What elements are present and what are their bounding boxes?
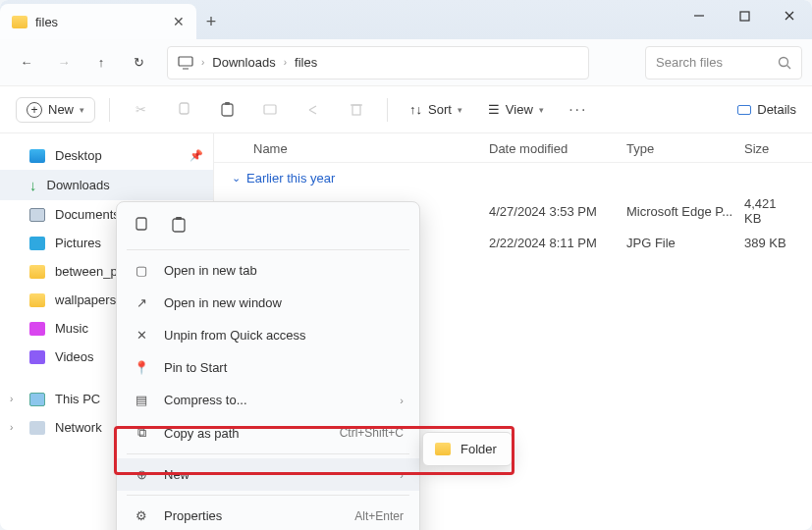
plus-circle-icon: + (27, 102, 42, 118)
chevron-down-icon: ▾ (539, 105, 544, 115)
ctx-label: New (164, 467, 189, 482)
column-date[interactable]: Date modified (489, 141, 626, 156)
tab-title: files (35, 15, 58, 29)
search-input[interactable]: Search files (645, 46, 802, 80)
more-button[interactable]: ··· (562, 93, 595, 127)
chevron-right-icon: › (400, 395, 404, 406)
view-icon: ☰ (488, 102, 500, 117)
file-date: 2/22/2024 8:11 PM (489, 236, 626, 250)
file-size: 389 KB (744, 236, 792, 250)
rename-button[interactable] (253, 93, 287, 127)
close-button[interactable] (767, 0, 812, 31)
details-label: Details (757, 102, 796, 117)
sidebar-item-label: Desktop (55, 148, 102, 163)
nav-bar: ← → ↑ ↻ › Downloads › files Search files (0, 39, 812, 86)
column-name[interactable]: Name (253, 141, 489, 156)
tab-files[interactable]: files ✕ (0, 4, 196, 39)
document-icon (29, 208, 45, 222)
refresh-button[interactable]: ↻ (122, 46, 155, 80)
ctx-label: Open in new window (164, 295, 282, 310)
chevron-right-icon: › (10, 422, 13, 433)
ctx-label: Copy as path (164, 426, 240, 441)
group-header[interactable]: ⌄ Earlier this year (214, 163, 812, 191)
column-headers: Name Date modified Type Size (214, 133, 812, 163)
ctx-label: Unpin from Quick access (164, 328, 306, 343)
forward-button[interactable]: → (47, 46, 81, 80)
chevron-right-icon: › (201, 57, 204, 68)
minimize-button[interactable] (677, 0, 722, 31)
folder-icon (435, 443, 451, 455)
maximize-button[interactable] (722, 0, 767, 31)
svg-rect-12 (352, 105, 360, 115)
ctx-compress-to[interactable]: ▤Compress to...› (117, 384, 419, 416)
flyout-label: Folder (460, 442, 497, 456)
details-pane-button[interactable]: Details (737, 102, 796, 117)
sidebar-item-label: Pictures (55, 236, 101, 250)
ctx-label: Open in new tab (164, 263, 257, 278)
up-button[interactable]: ↑ (84, 46, 118, 80)
sidebar-item-label: Videos (55, 349, 94, 364)
ctx-properties[interactable]: ⚙PropertiesAlt+Enter (117, 500, 419, 530)
view-button[interactable]: ☰ View ▾ (480, 98, 552, 121)
column-type[interactable]: Type (626, 141, 744, 156)
copy-button[interactable] (167, 93, 200, 127)
ctx-open-new-tab[interactable]: ▢Open in new tab (117, 254, 419, 287)
window-icon: ↗ (133, 295, 150, 310)
folder-icon (29, 265, 45, 279)
breadcrumb-downloads[interactable]: Downloads (212, 55, 275, 70)
delete-button[interactable] (340, 93, 373, 127)
sidebar-item-label: Documents (55, 207, 120, 222)
pictures-icon (29, 237, 45, 250)
share-button[interactable] (297, 93, 330, 127)
file-date: 4/27/2024 3:53 PM (489, 204, 626, 219)
new-label: New (48, 102, 74, 117)
context-menu: ▢Open in new tab ↗Open in new window ✕Un… (116, 201, 420, 530)
sort-icon: ↑↓ (409, 102, 422, 117)
ctx-copy-icon[interactable] (131, 214, 152, 236)
sidebar-item-desktop[interactable]: Desktop📌 (0, 141, 213, 170)
new-folder-item[interactable]: Folder (423, 433, 512, 465)
new-submenu: Folder (422, 432, 513, 466)
tab-close-icon[interactable]: ✕ (173, 14, 185, 29)
svg-rect-9 (222, 104, 233, 116)
sort-label: Sort (428, 102, 452, 117)
sidebar-item-label: This PC (55, 392, 100, 406)
ctx-pin-to-start[interactable]: 📍Pin to Start (117, 351, 419, 384)
folder-icon (29, 293, 45, 307)
details-icon (737, 105, 751, 115)
pin-icon: 📌 (189, 149, 203, 162)
file-type: Microsoft Edge P... (626, 204, 744, 219)
svg-rect-1 (740, 12, 749, 21)
back-button[interactable]: ← (10, 46, 43, 80)
chevron-right-icon: › (284, 57, 287, 68)
shortcut-hint: Alt+Enter (354, 509, 404, 523)
new-button[interactable]: + New ▾ (16, 97, 95, 123)
shortcut-hint: Ctrl+Shift+C (340, 426, 404, 440)
properties-icon: ⚙ (133, 508, 150, 523)
paste-button[interactable] (210, 93, 244, 127)
file-size: 4,421 KB (744, 196, 792, 226)
toolbar: + New ▾ ✂ ↑↓ Sort ▾ ☰ View ▾ ··· Details (0, 86, 812, 133)
cut-button[interactable]: ✂ (124, 93, 157, 127)
breadcrumb-files[interactable]: files (295, 55, 317, 70)
ctx-label: Compress to... (164, 393, 247, 407)
sidebar-item-downloads[interactable]: ↓Downloads (0, 170, 213, 200)
download-icon: ↓ (29, 177, 37, 193)
ctx-unpin-quick-access[interactable]: ✕Unpin from Quick access (117, 319, 419, 351)
ctx-paste-icon[interactable] (168, 214, 189, 236)
ctx-new[interactable]: ⊕New› (117, 458, 419, 491)
new-tab-button[interactable]: + (196, 4, 226, 39)
chevron-down-icon: ⌄ (232, 172, 241, 185)
group-label: Earlier this year (246, 171, 335, 186)
ctx-open-new-window[interactable]: ↗Open in new window (117, 287, 419, 319)
svg-rect-4 (179, 57, 192, 66)
svg-point-6 (780, 57, 788, 66)
ctx-label: Pin to Start (164, 360, 227, 375)
column-size[interactable]: Size (744, 141, 792, 156)
window-controls (677, 0, 812, 31)
address-bar[interactable]: › Downloads › files (167, 46, 589, 80)
ctx-copy-as-path[interactable]: ⧉Copy as pathCtrl+Shift+C (117, 416, 419, 450)
chevron-right-icon: › (400, 469, 404, 481)
sort-button[interactable]: ↑↓ Sort ▾ (402, 98, 470, 121)
svg-rect-14 (136, 218, 146, 230)
